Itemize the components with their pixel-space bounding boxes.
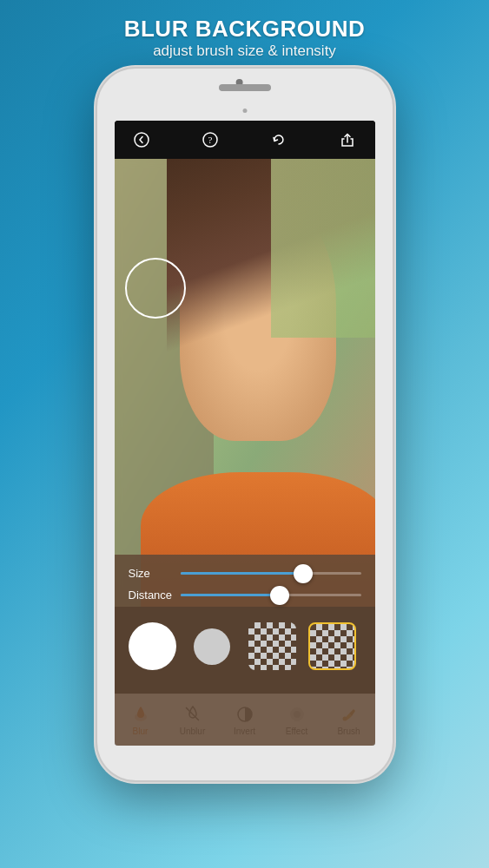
svg-text:?: ? bbox=[208, 135, 212, 145]
phone-dot bbox=[242, 108, 247, 113]
distance-slider-fill bbox=[181, 594, 280, 596]
size-label: Size bbox=[129, 567, 181, 580]
distance-label: Distance bbox=[129, 589, 181, 602]
brush-option-medium[interactable] bbox=[188, 622, 236, 670]
sliders-area: Size Distance bbox=[115, 555, 375, 617]
brush-medium-circle bbox=[194, 628, 230, 665]
brush-circle-indicator bbox=[125, 258, 186, 319]
distance-slider-row: Distance bbox=[129, 589, 361, 602]
help-button[interactable]: ? bbox=[197, 127, 223, 153]
distance-slider-thumb[interactable] bbox=[270, 586, 289, 605]
size-slider-thumb[interactable] bbox=[294, 564, 313, 583]
svg-point-0 bbox=[135, 133, 149, 147]
controls-panel: Size Distance bbox=[115, 555, 375, 746]
header-subtitle: adjust brush size & intensity bbox=[124, 43, 366, 60]
top-toolbar: ? bbox=[115, 121, 375, 159]
brush-options-row bbox=[115, 617, 375, 675]
phone-speaker bbox=[219, 84, 271, 91]
size-slider-track[interactable] bbox=[181, 572, 361, 575]
header: BLUR BACKGROUND adjust brush size & inte… bbox=[124, 0, 366, 69]
brush-white-circle bbox=[129, 622, 176, 670]
phone-frame: ? bbox=[97, 69, 393, 780]
header-title: BLUR BACKGROUND bbox=[124, 16, 366, 43]
size-slider-row: Size bbox=[129, 567, 361, 580]
undo-button[interactable] bbox=[266, 127, 292, 153]
brush-option-white[interactable] bbox=[129, 622, 176, 670]
back-button[interactable] bbox=[129, 127, 155, 153]
share-button[interactable] bbox=[334, 127, 360, 153]
photo-area[interactable] bbox=[115, 159, 375, 607]
photo-background bbox=[115, 159, 375, 607]
bg-top-right bbox=[271, 159, 375, 338]
size-slider-fill bbox=[181, 572, 303, 575]
phone-screen: ? bbox=[115, 121, 375, 746]
distance-slider-track[interactable] bbox=[181, 594, 361, 596]
brush-option-checker[interactable] bbox=[248, 622, 296, 670]
brush-option-transparent-selected[interactable] bbox=[308, 622, 356, 670]
